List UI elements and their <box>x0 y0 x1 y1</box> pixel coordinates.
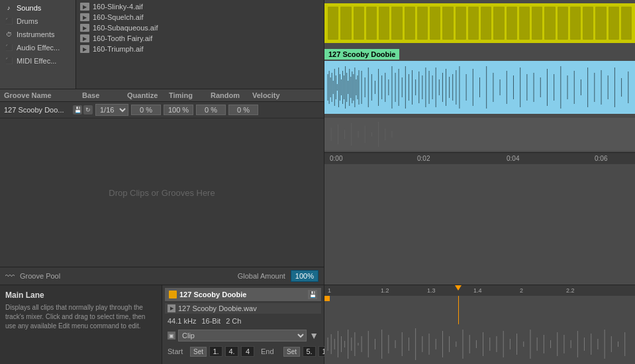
sidebar-item-midi-effects[interactable]: ⬛ MIDI Effec... <box>0 54 75 68</box>
playhead-indicator <box>455 285 462 291</box>
groove-drop-zone[interactable]: Drop Clips or Grooves Here <box>0 118 324 267</box>
mini-ruler-2-2: 2.2 <box>566 287 575 294</box>
groove-base-select[interactable]: 1/16 <box>95 104 128 116</box>
beat-block <box>493 7 504 40</box>
start-val-1[interactable]: 1. <box>209 346 222 357</box>
groove-section: Groove Name Base Quantize Timing Random … <box>0 89 324 285</box>
audio-effects-icon: ⬛ <box>4 43 13 52</box>
mini-ruler-1-4: 1.4 <box>473 287 482 294</box>
beat-block <box>354 7 364 40</box>
beat-block <box>430 7 440 40</box>
groove-base-header: Base <box>82 91 122 99</box>
sidebar-item-audio-label: Audio Effec... <box>17 44 60 52</box>
groove-table-header: Groove Name Base Quantize Timing Random … <box>0 89 324 102</box>
groove-extract-button[interactable]: ↻ <box>83 105 93 114</box>
clip-file-row: ▶ 127 Scooby Doobie.wav <box>165 303 321 314</box>
beat-block <box>417 7 428 40</box>
groove-quantize-input[interactable] <box>131 105 161 115</box>
midi-effects-icon: ⬛ <box>4 56 13 66</box>
categories-sidebar: ♪ Sounds ⬛ Drums ⏱ Instruments ⬛ Audio E… <box>0 0 76 89</box>
file-name: 160-Tooth Fairy.aif <box>93 34 152 42</box>
file-list: ▶ 160-Slinky-4.aif ▶ 160-Squelch.aif ▶ 1… <box>76 0 324 89</box>
end-set-button[interactable]: Set <box>283 347 300 357</box>
sidebar-item-instruments[interactable]: ⏱ Instruments <box>0 28 75 41</box>
timeline-ruler: 0:00 0:02 0:04 0:06 <box>324 152 635 164</box>
channels: 2 Ch <box>226 317 241 325</box>
end-val-1[interactable]: 5. <box>303 346 316 357</box>
beat-block <box>379 7 389 40</box>
beat-block <box>570 7 581 40</box>
file-icon: ▶ <box>80 34 89 42</box>
sidebar-item-audio-effects[interactable]: ⬛ Audio Effec... <box>0 41 75 54</box>
list-item[interactable]: ▶ 160-Squelch.aif <box>76 12 324 23</box>
sidebar-item-sounds[interactable]: ♪ Sounds <box>0 1 75 15</box>
wave-icon: 〰 <box>5 271 15 281</box>
clip-save-button[interactable]: 💾 <box>308 290 317 299</box>
mini-waveform-area <box>324 324 635 364</box>
sidebar-item-drums[interactable]: ⬛ Drums <box>0 15 75 28</box>
mini-track-area[interactable] <box>324 296 635 364</box>
beat-block <box>519 7 530 40</box>
mini-ruler-2: 2 <box>520 287 523 294</box>
sidebar-item-sounds-label: Sounds <box>17 4 41 12</box>
sidebar-item-drums-label: Drums <box>17 17 38 25</box>
clip-info-row: 44.1 kHz 16-Bit 2 Ch <box>165 316 321 326</box>
groove-save-button[interactable]: 💾 <box>73 105 82 114</box>
list-item[interactable]: ▶ 160-Slinky-4.aif <box>76 1 324 12</box>
start-val-3[interactable]: 4 <box>241 346 254 357</box>
cyan-track-label: 127 Scooby Doobie <box>324 49 399 60</box>
list-item[interactable]: ▶ 160-Tooth Fairy.aif <box>76 33 324 44</box>
beat-block <box>583 7 593 40</box>
mini-waveform-svg <box>324 324 635 364</box>
global-amount-value[interactable]: 100% <box>291 270 318 282</box>
audio-file-icon: ▶ <box>168 304 175 312</box>
groove-row-icons: 💾 ↻ <box>73 105 93 114</box>
start-val-2[interactable]: 4. <box>225 346 238 357</box>
beat-block <box>328 7 338 40</box>
file-name: 160-Slinky-4.aif <box>93 3 143 11</box>
beat-block <box>507 7 517 40</box>
drums-icon: ⬛ <box>4 17 13 26</box>
list-item[interactable]: ▶ 160-Triumph.aif <box>76 44 324 54</box>
clip-start-end-row: Start Set 1. 4. 4 End Set 5. 1. 1 <box>165 345 321 358</box>
clip-type-select[interactable]: Clip <box>178 330 307 341</box>
groove-table-row[interactable]: 127 Scooby Doo... 💾 ↻ 1/16 <box>0 102 324 118</box>
list-item[interactable]: ▶ 160-Subaqueous.aif <box>76 23 324 33</box>
yellow-track[interactable] <box>324 3 635 43</box>
mini-ruler-1: 1 <box>328 287 331 294</box>
start-label: Start <box>168 347 187 355</box>
clip-file-name: 127 Scooby Doobie.wav <box>178 304 257 312</box>
mini-ruler-1-2: 1.2 <box>381 287 389 294</box>
svg-rect-180 <box>324 324 635 364</box>
file-name: 160-Triumph.aif <box>93 45 144 53</box>
groove-velocity-header: Velocity <box>252 91 289 99</box>
groove-velocity-input[interactable] <box>228 105 258 115</box>
clip-type-dropdown-icon[interactable]: ▼ <box>309 330 318 341</box>
file-name: 160-Subaqueous.aif <box>93 24 158 32</box>
sounds-icon: ♪ <box>4 3 13 13</box>
cyan-track[interactable] <box>324 61 635 114</box>
mini-ruler: 1 1.2 1.3 1.4 2 2.2 <box>324 285 635 296</box>
groove-timing-input[interactable] <box>164 105 193 115</box>
main-lane-title: Main Lane <box>5 291 156 300</box>
beat-block <box>532 7 542 40</box>
gray-track <box>324 118 635 151</box>
ruler-mark-1: 0:02 <box>417 155 430 162</box>
start-set-button[interactable]: Set <box>190 347 207 357</box>
file-icon: ▶ <box>80 13 89 21</box>
arrangement-panel: 127 Scooby Doobie <box>324 0 635 285</box>
groove-random-input[interactable] <box>196 105 226 115</box>
ruler-mark-3: 0:06 <box>595 155 607 162</box>
clip-color-indicator <box>169 291 177 298</box>
beat-block <box>558 7 568 40</box>
beat-block <box>468 7 479 40</box>
sidebar-item-instruments-label: Instruments <box>17 30 54 38</box>
beat-block <box>456 7 466 40</box>
drop-zone-label: Drop Clips or Grooves Here <box>109 188 215 198</box>
beat-block <box>391 7 402 40</box>
beat-block <box>405 7 415 40</box>
groove-pool-label: Groove Pool <box>20 272 232 280</box>
beat-block <box>442 7 453 40</box>
beat-block <box>609 7 619 40</box>
ruler-mark-0: 0:00 <box>330 155 342 162</box>
